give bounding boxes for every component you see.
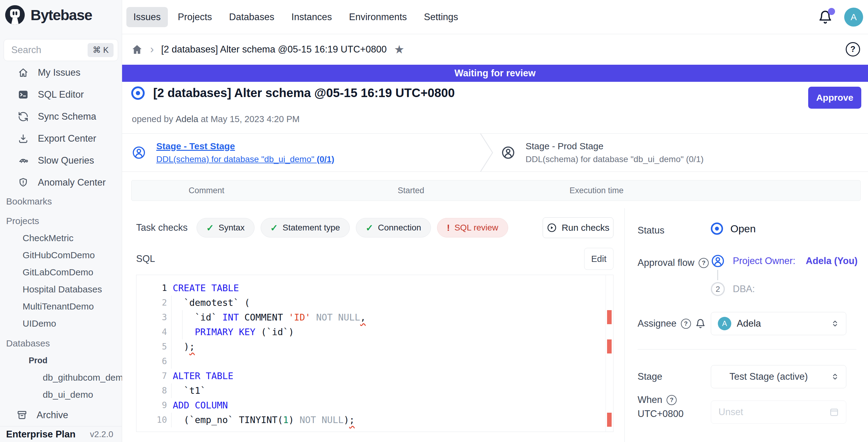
stage-label: Stage	[638, 371, 662, 382]
sidebar-env-prod: Prod	[0, 352, 122, 369]
notification-bell-button[interactable]	[818, 10, 833, 24]
check-pill-label: Statement type	[283, 223, 340, 232]
sidebar-project-item[interactable]: UIDemo	[0, 315, 122, 332]
check-pill-statement-type[interactable]: ✓ Statement type	[261, 218, 350, 238]
sidebar-item-export-center[interactable]: Export Center	[0, 128, 122, 150]
stage-strip: Stage - Test Stage DDL(schema) for datab…	[122, 133, 868, 172]
breadcrumb-current[interactable]: [2 databases] Alter schema @05-15 16:19 …	[161, 44, 387, 55]
sidebar-section-projects[interactable]: Projects	[0, 213, 122, 229]
sidebar-item-label: Sync Schema	[38, 111, 96, 122]
code-overview-ruler[interactable]	[606, 275, 613, 432]
code-line: 3 `id` INT COMMENT 'ID' NOT NULL,	[136, 310, 613, 325]
sidebar-project-item[interactable]: GitLabComDemo	[0, 264, 122, 281]
column-header-comment: Comment	[189, 180, 224, 200]
sql-label: SQL	[136, 253, 155, 264]
sidebar-project-item[interactable]: GitHubComDemo	[0, 247, 122, 264]
search-input[interactable]: Search ⌘ K	[4, 39, 118, 61]
plan-footer[interactable]: Enterprise Plan v2.2.0	[0, 426, 122, 442]
sidebar-item-my-issues[interactable]: My Issues	[0, 62, 122, 84]
check-pill-connection[interactable]: ✓ Connection	[356, 218, 431, 238]
step-number-badge: 2	[711, 282, 725, 296]
help-circle-icon[interactable]: ?	[666, 395, 677, 405]
stage-card-prod[interactable]: Stage - Prod Stage DDL(schema) for datab…	[501, 141, 704, 164]
turtle-icon	[17, 154, 29, 167]
line-number: 5	[136, 340, 167, 354]
assignee-label-text: Assignee	[638, 318, 677, 329]
code-line: 10 (`emp_no` TINYINT(1) NOT NULL);	[136, 413, 613, 428]
header-right: A	[818, 8, 868, 27]
sidebar-project-item[interactable]: CheckMetric	[0, 229, 122, 247]
approval-step-role: Project Owner:	[733, 255, 795, 266]
code-line: 5 );	[136, 340, 613, 354]
code-line: 8 `t1`	[136, 383, 613, 398]
subscribe-bell-icon[interactable]	[695, 318, 706, 329]
stage-card-test[interactable]: Stage - Test Stage DDL(schema) for datab…	[132, 141, 480, 164]
search-shortcut-badge: ⌘ K	[88, 43, 114, 57]
line-number: 9	[136, 398, 167, 413]
tab-instances[interactable]: Instances	[284, 7, 339, 27]
stage-title-link[interactable]: Stage - Test Stage	[156, 141, 334, 151]
task-detail-column: Task checks ✓ Syntax ✓ Statement type ✓ …	[122, 208, 624, 442]
sidebar-section-databases[interactable]: Databases	[0, 336, 122, 351]
approval-flow-label: Approval flow ?	[638, 257, 709, 268]
run-checks-button[interactable]: Run checks	[542, 217, 614, 238]
line-number: 10	[136, 413, 167, 428]
check-pass-icon: ✓	[206, 223, 214, 233]
approval-step-1[interactable]: Project Owner: Adela (You)	[711, 254, 858, 268]
sql-code-lines: 1CREATE TABLE2 `demotest` (3 `id` INT CO…	[136, 281, 613, 428]
sidebar-section-bookmarks[interactable]: Bookmarks	[0, 193, 122, 210]
line-number: 1	[136, 281, 167, 295]
tab-projects[interactable]: Projects	[171, 7, 219, 27]
approval-step-2: 2 DBA:	[711, 282, 858, 296]
stage-select[interactable]: Test Stage (active)	[711, 365, 846, 388]
search-placeholder: Search	[11, 44, 88, 56]
tab-issues[interactable]: Issues	[126, 7, 168, 27]
tab-databases[interactable]: Databases	[222, 7, 281, 27]
check-pass-icon: ✓	[366, 223, 373, 233]
help-circle-icon[interactable]: ?	[681, 319, 691, 329]
play-circle-icon	[547, 223, 557, 233]
sidebar-project-item[interactable]: Hospital Databases	[0, 281, 122, 298]
when-label-text: When	[638, 394, 662, 405]
tab-environments[interactable]: Environments	[342, 7, 414, 27]
when-datetime-input[interactable]: Unset	[711, 401, 846, 424]
assignee-name: Adela	[737, 318, 761, 329]
tab-settings[interactable]: Settings	[417, 7, 465, 27]
assignee-select[interactable]: A Adela	[711, 312, 846, 335]
help-circle-icon[interactable]: ?	[699, 258, 709, 268]
sidebar-project-item[interactable]: MultiTenantDemo	[0, 298, 122, 315]
sidebar-item-slow-queries[interactable]: Slow Queries	[0, 150, 122, 171]
edit-sql-button[interactable]: Edit	[584, 248, 614, 270]
avatar[interactable]: A	[844, 8, 863, 27]
help-button[interactable]: ?	[846, 42, 860, 57]
stage-label-text: Stage	[638, 371, 662, 382]
sidebar-item-anomaly-center[interactable]: Anomaly Center	[0, 171, 122, 193]
check-pill-label: Connection	[378, 223, 421, 232]
sidebar-database-item[interactable]: db_githubcom_demo	[0, 369, 122, 386]
download-icon	[17, 132, 29, 145]
sql-editor[interactable]: 1CREATE TABLE2 `demotest` (3 `id` INT CO…	[136, 275, 614, 432]
chevron-updown-icon	[831, 372, 839, 381]
check-pill-syntax[interactable]: ✓ Syntax	[196, 218, 254, 238]
issue-side-panel: Status Open Approval flow ? Project Owne	[624, 208, 868, 442]
stage-task-link[interactable]: DDL(schema) for database "db_ui_demo" (0…	[156, 154, 334, 164]
byline-author[interactable]: Adela	[176, 114, 198, 124]
breadcrumb-home-icon[interactable]	[131, 44, 143, 55]
column-header-started: Started	[398, 180, 424, 200]
check-pill-sql-review[interactable]: ! SQL review	[437, 218, 508, 238]
code-line: 2 `demotest` (	[136, 295, 613, 310]
sidebar-item-sync-schema[interactable]: Sync Schema	[0, 106, 122, 128]
page-title: [2 databases] Alter schema @05-15 16:19 …	[153, 86, 455, 100]
sidebar-database-item[interactable]: db_ui_demo	[0, 386, 122, 403]
bytebase-app: Bytebase Search ⌘ K My Issues SQL Editor	[0, 0, 868, 442]
star-icon[interactable]: ★	[394, 43, 404, 56]
line-number: 2	[136, 295, 167, 310]
sidebar-item-archive[interactable]: Archive	[0, 404, 122, 426]
breadcrumb-chevron-icon: ›	[150, 43, 154, 56]
approve-button[interactable]: Approve	[808, 87, 861, 109]
logo[interactable]: Bytebase	[0, 0, 122, 28]
main-content: › [2 databases] Alter schema @05-15 16:1…	[122, 34, 868, 442]
line-number: 3	[136, 310, 167, 325]
approval-step-approver[interactable]: Adela (You)	[806, 255, 858, 266]
sidebar-item-sql-editor[interactable]: SQL Editor	[0, 84, 122, 106]
